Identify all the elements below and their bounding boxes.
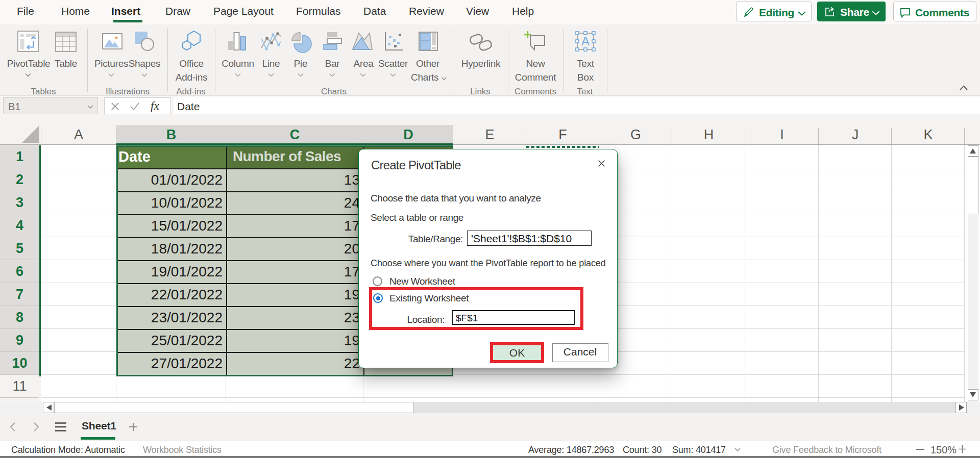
svg-text:A: A	[581, 34, 590, 48]
